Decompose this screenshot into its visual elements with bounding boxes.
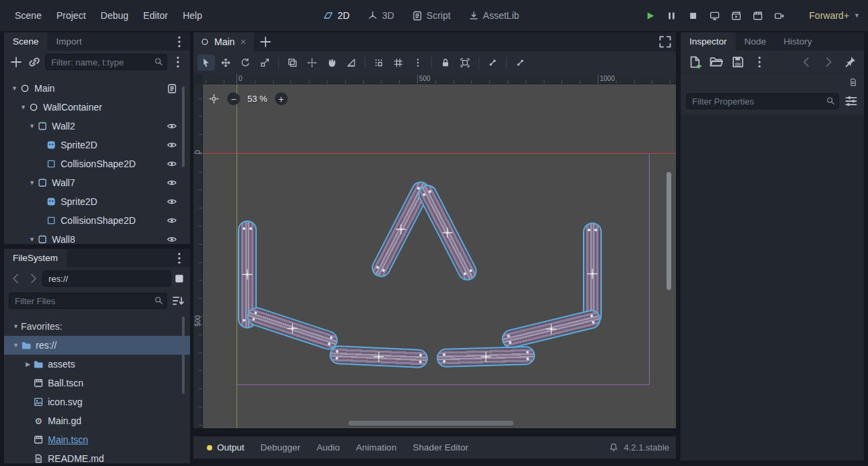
bottom-tab-shader-editor[interactable]: Shader Editor [406, 440, 475, 455]
remote-debug-button[interactable] [709, 10, 720, 22]
move-tool[interactable] [217, 55, 235, 71]
file-filter-input[interactable] [9, 293, 167, 309]
group-selected-button[interactable] [456, 55, 474, 71]
scene-node-sprite2d[interactable]: Sprite2D [4, 192, 190, 211]
bottom-tab-animation[interactable]: Animation [349, 440, 403, 455]
scene-node-main[interactable]: ▼ Main [4, 79, 190, 98]
file-favorites[interactable]: ▼Favorites: [4, 317, 190, 336]
close-icon[interactable] [239, 38, 247, 46]
visibility-eye-icon[interactable] [166, 177, 177, 188]
scene-dock-tab-scene[interactable]: Scene [4, 32, 47, 51]
zoom-percentage[interactable]: 53 % [247, 94, 268, 104]
load-resource-button[interactable] [709, 55, 724, 69]
property-filter-input[interactable] [686, 93, 839, 109]
ruler-tool[interactable] [342, 55, 360, 71]
scene-node-sprite2d[interactable]: Sprite2D [4, 136, 190, 154]
menu-scene[interactable]: Scene [8, 8, 49, 23]
current-path-input[interactable] [42, 270, 171, 287]
scene-node-collisionshape2d[interactable]: CollisionShape2D [4, 211, 190, 230]
scene-node-wall2[interactable]: ▼ Wall2 [4, 117, 190, 136]
play-button[interactable] [644, 10, 656, 22]
file-tree-scrollbar[interactable] [182, 316, 185, 394]
save-resource-button[interactable] [731, 55, 745, 69]
inspector-tab-history[interactable]: History [775, 32, 821, 51]
stop-button[interactable] [687, 10, 699, 22]
menu-help[interactable]: Help [176, 8, 209, 23]
visibility-eye-icon[interactable] [166, 140, 177, 150]
collapse-arrow-icon[interactable]: ▼ [27, 179, 37, 186]
center-view-icon[interactable] [208, 93, 220, 105]
editor-tab-script[interactable]: Script [407, 7, 456, 24]
scene-node-wallcontainer[interactable]: ▼ WallContainer [4, 98, 190, 117]
scene-dock-tab-import[interactable]: Import [47, 32, 90, 51]
movie-maker-button[interactable] [774, 10, 785, 22]
list-select-tool[interactable] [284, 55, 301, 71]
collapse-arrow-icon[interactable]: ▼ [9, 85, 20, 92]
file-main-tscn[interactable]: Main.tscn [4, 430, 190, 449]
scene-node-collisionshape2d[interactable]: CollisionShape2D [4, 154, 190, 173]
horizontal-scrollbar[interactable] [348, 421, 514, 426]
collapse-arrow-icon[interactable]: ▼ [11, 342, 21, 349]
file-ball-tscn[interactable]: Ball.tscn [4, 374, 190, 392]
scene-tree-scrollbar[interactable] [182, 86, 185, 167]
script-icon[interactable] [166, 83, 177, 94]
snap-options-menu[interactable] [409, 55, 427, 71]
rotate-tool[interactable] [237, 55, 254, 71]
resource-options-icon[interactable] [752, 55, 767, 69]
pause-button[interactable] [666, 10, 677, 22]
new-scene-tab-button[interactable] [258, 34, 273, 49]
bone-options-menu[interactable] [512, 55, 529, 71]
file-main-gd[interactable]: ⚙Main.gd [4, 411, 190, 430]
scene-node-wall7[interactable]: ▼ Wall7 [4, 173, 190, 192]
scene-tree-options-icon[interactable] [170, 55, 185, 69]
distraction-free-icon[interactable] [658, 34, 673, 49]
menu-project[interactable]: Project [50, 8, 93, 23]
bottom-tab-output[interactable]: Output [200, 440, 251, 455]
select-tool[interactable] [197, 55, 215, 71]
filesystem-tab[interactable]: FileSystem [4, 249, 67, 267]
open-docs-icon[interactable] [848, 78, 858, 87]
new-resource-button[interactable] [687, 55, 702, 69]
lock-selected-button[interactable] [437, 55, 454, 71]
visibility-eye-icon[interactable] [166, 234, 177, 244]
history-back-icon[interactable] [799, 55, 814, 69]
editor-tab-3d[interactable]: 3D [363, 7, 399, 24]
nav-back-icon[interactable] [9, 271, 24, 286]
zoom-out-button[interactable]: − [227, 92, 240, 105]
edit-pivot-tool[interactable] [303, 55, 321, 71]
visibility-eye-icon[interactable] [166, 158, 177, 169]
editor-tab-assetlib[interactable]: AssetLib [464, 7, 524, 24]
play-custom-scene-button[interactable] [752, 10, 764, 22]
renderer-dropdown[interactable]: Forward+ ▼ [809, 0, 860, 31]
skeleton-menu[interactable] [484, 55, 501, 71]
file-res[interactable]: ▼res:// [4, 336, 190, 355]
notification-bell-icon[interactable] [609, 442, 619, 453]
filesystem-dock-menu-icon[interactable] [172, 251, 187, 266]
grid-snap-toggle[interactable] [390, 55, 407, 71]
scene-node-wall8[interactable]: ▼ Wall8 [4, 230, 190, 244]
pin-object-icon[interactable] [842, 55, 857, 69]
collapse-arrow-icon[interactable]: ▼ [18, 104, 28, 111]
scene-dock-menu-icon[interactable] [172, 34, 187, 49]
add-node-button[interactable] [9, 55, 24, 69]
filter-options-icon[interactable] [844, 94, 859, 109]
history-forward-icon[interactable] [821, 55, 836, 69]
editor-tab-2d[interactable]: 2D [318, 7, 354, 24]
inspector-tab-inspector[interactable]: Inspector [681, 32, 736, 51]
scene-tab-main[interactable]: Main [193, 32, 254, 51]
visibility-eye-icon[interactable] [166, 196, 177, 207]
2d-viewport-canvas[interactable]: 05001000 0500 − 53 % + [193, 74, 676, 428]
instance-scene-button[interactable] [27, 55, 42, 69]
menu-debug[interactable]: Debug [94, 8, 135, 23]
play-scene-button[interactable] [731, 10, 742, 22]
vertical-scrollbar[interactable] [666, 172, 671, 290]
pan-tool[interactable] [323, 55, 340, 71]
bottom-tab-debugger[interactable]: Debugger [254, 440, 307, 455]
inspector-tab-node[interactable]: Node [736, 32, 775, 51]
nav-forward-icon[interactable] [26, 271, 40, 286]
smart-snap-toggle[interactable] [370, 55, 388, 71]
visibility-eye-icon[interactable] [166, 215, 177, 226]
file-readme-md[interactable]: README.md [4, 449, 190, 463]
collapse-arrow-icon[interactable]: ▼ [27, 123, 37, 129]
collapse-arrow-icon[interactable]: ▼ [27, 236, 37, 243]
